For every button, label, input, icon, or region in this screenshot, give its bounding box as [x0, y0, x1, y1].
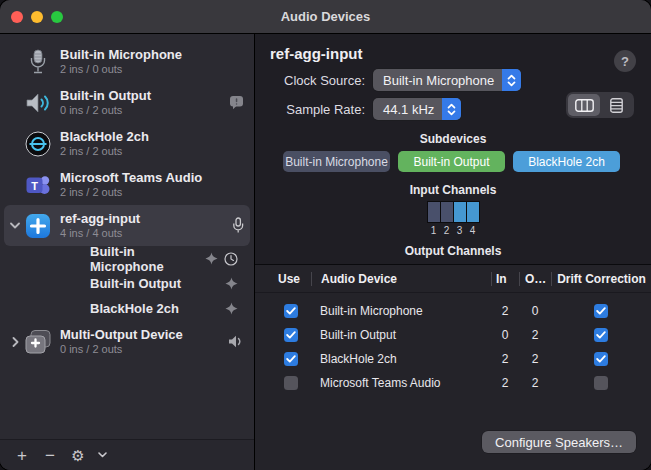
drift-correction-checkbox[interactable] [594, 376, 608, 390]
output-channels-title: Output Channels [270, 244, 636, 258]
add-device-button[interactable]: + [10, 444, 34, 466]
device-detail: 2 ins / 0 outs [60, 63, 244, 77]
zoom-button[interactable] [51, 11, 63, 23]
traffic-lights [11, 0, 63, 33]
channel-number: 1 [428, 225, 440, 236]
column-header-audio-device[interactable]: Audio Device [311, 272, 491, 286]
microphone-icon [24, 49, 52, 75]
table-cell-out: 2 [519, 376, 551, 390]
table-row[interactable]: Built-in Microphone 2 0 [255, 299, 651, 323]
table-cell-out: 0 [519, 304, 551, 318]
title-bar[interactable]: Audio Devices [0, 0, 651, 34]
device-detail: 4 ins / 4 outs [60, 227, 228, 241]
close-button[interactable] [11, 11, 23, 23]
svg-text:T: T [31, 179, 38, 191]
drift-correction-checkbox[interactable] [594, 352, 608, 366]
use-checkbox[interactable] [284, 376, 298, 390]
device-sidebar: Built-in Microphone 2 ins / 0 outs Built… [0, 34, 255, 470]
drift-correction-checkbox[interactable] [594, 328, 608, 342]
columns-view-button[interactable] [568, 94, 600, 116]
sidebar-toolbar: + − ⚙ [0, 439, 254, 470]
default-output-speaker-icon [228, 335, 244, 348]
subdevice-name: Built-in Microphone [90, 244, 201, 274]
table-row[interactable]: Built-in Output 0 2 [255, 323, 651, 347]
blackhole-icon [24, 131, 52, 157]
page-title: ref-agg-input [270, 45, 636, 62]
use-checkbox[interactable] [284, 304, 298, 318]
channel-block [428, 202, 440, 222]
device-detail: 2 ins / 2 outs [60, 145, 244, 159]
column-header-use[interactable]: Use [271, 272, 311, 286]
popup-stepper-icon [442, 98, 461, 120]
subdevice-name: Built-in Output [90, 276, 221, 291]
rows-view-button[interactable] [600, 94, 632, 116]
device-name: Microsoft Teams Audio [60, 170, 244, 186]
teams-icon: T [24, 172, 52, 198]
column-header-out[interactable]: O… [519, 272, 551, 286]
sample-rate-value: 44.1 kHz [373, 102, 442, 117]
device-name: ref-agg-input [60, 211, 228, 227]
remove-device-button[interactable]: − [38, 444, 62, 466]
sidebar-item-multi-output-device[interactable]: Multi-Output Device 0 ins / 2 outs [4, 321, 250, 362]
channel-block [441, 202, 453, 222]
subdevice-name: BlackHole 2ch [90, 301, 221, 316]
table-cell-in: 0 [491, 328, 519, 342]
audio-devices-window: Audio Devices Built-in Microphone 2 ins … [0, 0, 651, 470]
checkmark-icon [596, 355, 606, 363]
use-checkbox[interactable] [284, 352, 298, 366]
column-header-drift-correction[interactable]: Drift Correction [551, 272, 651, 286]
device-name: Built-in Microphone [60, 47, 244, 63]
chevron-down-icon[interactable] [6, 222, 24, 229]
help-button[interactable]: ? [614, 50, 636, 72]
actions-chevron-down-icon[interactable] [94, 444, 110, 466]
gear-icon[interactable]: ⚙ [66, 444, 90, 466]
device-name: BlackHole 2ch [60, 129, 244, 145]
device-detail: 0 ins / 2 outs [60, 104, 225, 118]
minimize-button[interactable] [31, 11, 43, 23]
sample-rate-popup[interactable]: 44.1 kHz [373, 98, 461, 120]
chevron-right-icon[interactable] [6, 337, 24, 347]
drift-correction-checkbox[interactable] [594, 304, 608, 318]
sample-rate-label: Sample Rate: [270, 102, 365, 117]
subdevice-chip[interactable]: Built-in Output [398, 151, 505, 172]
checkmark-icon [286, 355, 296, 363]
subdevice-chips: Built-in Microphone Built-in Output Blac… [270, 151, 636, 172]
popup-stepper-icon [502, 69, 521, 91]
subdevice-item-blackhole-2ch[interactable]: BlackHole 2ch [4, 296, 250, 321]
device-name: Built-in Output [60, 88, 225, 104]
checkmark-icon [286, 307, 296, 315]
channel-number: 2 [441, 225, 453, 236]
device-detail-panel: ref-agg-input ? Clock Source: Built-in M… [255, 34, 651, 470]
checkmark-icon [596, 307, 606, 315]
subdevice-item-built-in-microphone[interactable]: Built-in Microphone [4, 246, 250, 271]
spark-icon [205, 252, 218, 265]
spark-icon [225, 302, 238, 315]
subdevice-chip[interactable]: Built-in Microphone [283, 151, 390, 172]
table-cell-out: 2 [519, 328, 551, 342]
table-cell-device: Microsoft Teams Audio [311, 376, 491, 390]
sidebar-item-built-in-output[interactable]: Built-in Output 0 ins / 2 outs [4, 82, 250, 123]
spark-icon [225, 277, 238, 290]
table-cell-device: BlackHole 2ch [311, 352, 491, 366]
configure-speakers-button[interactable]: Configure Speakers… [482, 431, 636, 453]
table-row[interactable]: BlackHole 2ch 2 2 [255, 347, 651, 371]
table-row[interactable]: Microsoft Teams Audio 2 2 [255, 371, 651, 395]
use-checkbox[interactable] [284, 328, 298, 342]
column-header-in[interactable]: In [491, 272, 519, 286]
sidebar-item-blackhole-2ch[interactable]: BlackHole 2ch 2 ins / 2 outs [4, 123, 250, 164]
input-channel-strip [427, 201, 480, 223]
channel-numbers: 1 2 3 4 [428, 225, 479, 236]
sidebar-item-microsoft-teams-audio[interactable]: T Microsoft Teams Audio 2 ins / 2 outs [4, 164, 250, 205]
checkmark-icon [596, 331, 606, 339]
subdevice-chip[interactable]: BlackHole 2ch [513, 151, 620, 172]
subdevice-badges [225, 302, 238, 315]
table-cell-device: Built-in Output [311, 328, 491, 342]
table-cell-out: 2 [519, 352, 551, 366]
clock-icon [224, 252, 238, 266]
sidebar-item-built-in-microphone[interactable]: Built-in Microphone 2 ins / 0 outs [4, 41, 250, 82]
channel-block [454, 202, 466, 222]
sidebar-item-ref-agg-input[interactable]: ref-agg-input 4 ins / 4 outs [4, 205, 250, 246]
clock-source-popup[interactable]: Built-in Microphone [373, 69, 521, 91]
table-cell-in: 2 [491, 376, 519, 390]
subdevice-item-built-in-output[interactable]: Built-in Output [4, 271, 250, 296]
